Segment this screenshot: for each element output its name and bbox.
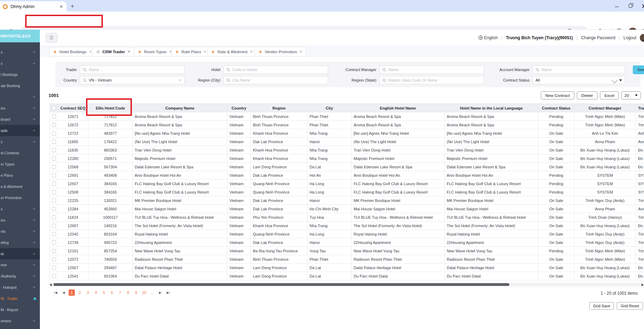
tab-close-icon[interactable]: ✕ xyxy=(127,50,130,54)
sidebar-item[interactable]: el Contents xyxy=(0,147,40,159)
row-checkbox-cell[interactable] xyxy=(50,188,58,196)
prev-page-button[interactable]: ◀ xyxy=(61,289,67,296)
checkbox-icon[interactable] xyxy=(52,240,56,245)
sidebar-item[interactable]: eting xyxy=(0,237,40,248)
contract-status-select[interactable]: All xyxy=(532,76,625,84)
page-button-2[interactable]: 2 xyxy=(77,289,83,296)
checkbox-icon[interactable] xyxy=(52,165,56,169)
checkbox-icon[interactable] xyxy=(52,190,56,194)
sidebar-item[interactable] xyxy=(0,91,40,103)
row-checkbox-cell[interactable] xyxy=(50,213,58,222)
sidebar-item[interactable]: ucts xyxy=(0,125,40,136)
checkbox-icon[interactable] xyxy=(52,198,56,203)
sidebar-item[interactable]: - Hubspot xyxy=(0,282,40,293)
sidebar-item[interactable]: e & Allotment xyxy=(0,181,40,192)
tab-close-icon[interactable]: ✕ xyxy=(204,50,206,54)
search-button[interactable]: Search xyxy=(633,65,644,74)
scroll-right-icon[interactable] xyxy=(642,284,644,286)
scroll-left-icon[interactable] xyxy=(50,284,52,286)
logout-link[interactable]: Logout xyxy=(623,35,636,40)
checkbox-icon[interactable] xyxy=(52,106,56,110)
sidebar-item[interactable]: or Promotion xyxy=(0,192,40,203)
sidebar-item[interactable]: M - Report xyxy=(0,304,40,315)
row-checkbox-cell[interactable] xyxy=(50,205,58,213)
excel-button[interactable]: Excel xyxy=(600,91,619,99)
star-filled-icon[interactable]: ★ xyxy=(53,49,57,54)
account-manager-input[interactable] xyxy=(532,65,625,74)
page-button-6[interactable]: 6 xyxy=(109,289,115,296)
row-checkbox-cell[interactable] xyxy=(50,272,58,280)
row-checkbox-cell[interactable] xyxy=(50,171,58,180)
tab-close-icon[interactable]: ✕ xyxy=(59,4,63,9)
row-checkbox-cell[interactable] xyxy=(50,129,58,138)
language-switcher[interactable]: English xyxy=(478,35,498,40)
region-city-input[interactable] xyxy=(223,76,328,84)
checkbox-icon[interactable] xyxy=(52,274,56,278)
checkbox-icon[interactable] xyxy=(52,182,56,186)
tab-rate-plans[interactable]: ★Rate Plans✕ xyxy=(171,47,210,56)
tab-vendor-promotion[interactable]: ★Vendor Promotion✕ xyxy=(255,47,306,56)
checkbox-icon[interactable] xyxy=(52,266,56,270)
sidebar-item[interactable]: s xyxy=(0,47,40,58)
row-checkbox-cell[interactable] xyxy=(50,222,58,230)
page-button-7[interactable]: 7 xyxy=(117,289,123,296)
sidebar-item[interactable]: board xyxy=(0,114,40,125)
checkbox-icon[interactable] xyxy=(52,114,56,119)
region-state-input[interactable] xyxy=(379,76,484,84)
new-contract-button[interactable]: New Contract xyxy=(541,91,574,99)
checkbox-icon[interactable] xyxy=(52,207,56,211)
grid-save-button[interactable]: Grid Save xyxy=(589,302,614,310)
tab-close-icon[interactable]: ✕ xyxy=(250,50,253,54)
row-checkbox-cell[interactable] xyxy=(50,180,58,188)
delete-button[interactable]: Delete xyxy=(577,91,597,99)
sidebar-item[interactable]: M - Trader xyxy=(0,293,40,304)
checkbox-icon[interactable] xyxy=(52,215,56,219)
next-page-button[interactable]: ▶ xyxy=(157,289,163,296)
page-button-5[interactable]: 5 xyxy=(101,289,107,296)
row-checkbox-cell[interactable] xyxy=(50,163,58,171)
hotel-input[interactable] xyxy=(223,65,328,74)
page-button-1[interactable]: 1 xyxy=(69,289,75,296)
browser-tab[interactable]: Ohmy Admin ✕ xyxy=(0,1,66,12)
checkbox-icon[interactable] xyxy=(52,173,56,177)
sidebar-toggle-button[interactable]: ☰ xyxy=(45,33,57,43)
star-filled-icon[interactable]: ★ xyxy=(259,49,262,54)
page-button-10[interactable]: 10 xyxy=(141,289,147,296)
checkbox-icon[interactable] xyxy=(52,224,56,228)
contract-manager-input[interactable] xyxy=(379,65,484,74)
sidebar-item[interactable]: ies xyxy=(0,215,40,226)
star-filled-icon[interactable]: ★ xyxy=(138,49,142,54)
grid-reset-button[interactable]: Grid Reset xyxy=(617,302,643,310)
sidebar-item[interactable]: l Bookings xyxy=(0,69,40,80)
row-checkbox-cell[interactable] xyxy=(50,264,58,272)
checkbox-icon[interactable] xyxy=(52,123,56,127)
first-page-button[interactable]: |◀ xyxy=(52,289,59,296)
tab-rate-allotment[interactable]: ★Rate & Allotment✕ xyxy=(207,47,257,56)
new-tab-button[interactable]: + xyxy=(69,3,76,10)
row-checkbox-cell[interactable] xyxy=(50,138,58,146)
window-close-button[interactable] xyxy=(642,4,644,8)
page-size-select[interactable]: 20 xyxy=(621,91,641,99)
checkbox-icon[interactable] xyxy=(52,140,56,144)
row-checkbox-cell[interactable] xyxy=(50,112,58,121)
tab-room-types[interactable]: ★Room Types✕ xyxy=(134,47,176,56)
star-filled-icon[interactable]: ★ xyxy=(175,49,179,54)
sidebar-item[interactable]: s xyxy=(0,136,40,147)
star-filled-icon[interactable]: ★ xyxy=(211,49,215,54)
row-checkbox-cell[interactable] xyxy=(50,154,58,163)
row-checkbox-cell[interactable] xyxy=(50,196,58,205)
tab-crm-trader[interactable]: ☆CRM Trader✕ xyxy=(92,47,134,56)
checkbox-icon[interactable] xyxy=(52,249,56,253)
sidebar-item[interactable]: s xyxy=(0,58,40,69)
change-password-link[interactable]: Change Password xyxy=(581,35,615,40)
tab-hotel-bookings[interactable]: ★Hotel Bookings✕ xyxy=(49,47,96,56)
sidebar-item[interactable]: e Plans xyxy=(0,170,40,181)
window-restore-button[interactable] xyxy=(629,4,632,8)
sidebar-item[interactable]: mer xyxy=(0,259,40,271)
page-button-4[interactable]: 4 xyxy=(93,289,99,296)
header-select-all[interactable] xyxy=(50,104,58,112)
sidebar-item[interactable]: rs xyxy=(0,248,40,259)
clear-country-icon[interactable]: ✕ xyxy=(178,78,182,83)
star-outline-icon[interactable]: ☆ xyxy=(96,49,100,54)
tab-close-icon[interactable]: ✕ xyxy=(299,50,302,54)
